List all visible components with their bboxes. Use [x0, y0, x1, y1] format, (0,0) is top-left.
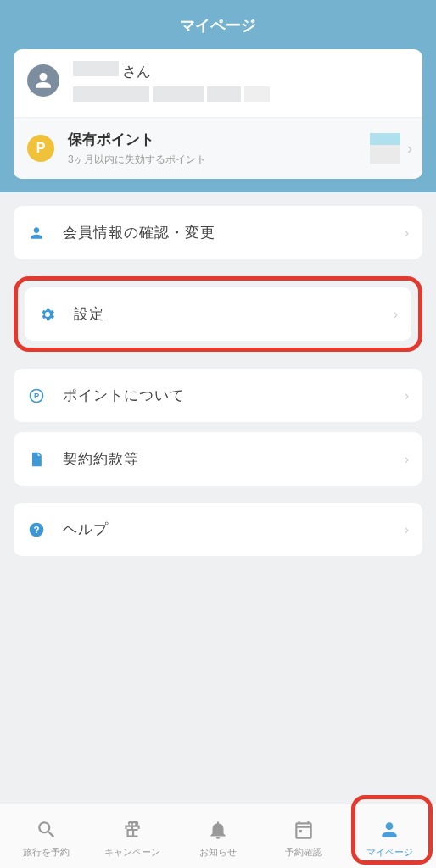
points-subtitle: 3ヶ月以内に失効するポイント — [68, 153, 370, 167]
tab-campaign[interactable]: キャンペーン — [89, 817, 175, 859]
menu-label: ポイントについて — [63, 386, 388, 405]
points-text: 保有ポイント 3ヶ月以内に失効するポイント — [68, 130, 370, 167]
chevron-right-icon: › — [405, 225, 409, 241]
tab-notice[interactable]: お知らせ — [175, 817, 260, 859]
tab-bar: 旅行を予約 キャンペーン お知らせ 予約確認 マイページ — [0, 804, 436, 868]
menu-about-points[interactable]: P ポイントについて › — [14, 369, 422, 422]
point-circle-icon: P — [27, 387, 46, 405]
profile-subline-redacted — [73, 86, 409, 102]
profile-section: さん — [14, 49, 422, 117]
content-area: 会員情報の確認・変更 › 設定 › P ポイントについて › 契約約款等 › — [0, 192, 436, 587]
calendar-icon — [291, 817, 316, 843]
svg-text:P: P — [34, 392, 39, 400]
username-suffix: さん — [122, 62, 151, 81]
chevron-right-icon: › — [407, 140, 412, 158]
search-icon — [34, 817, 59, 843]
svg-text:?: ? — [33, 524, 39, 535]
tab-label: キャンペーン — [104, 846, 160, 859]
page-title: マイページ — [0, 0, 436, 49]
person-icon — [27, 224, 46, 242]
menu-help[interactable]: ? ヘルプ › — [14, 503, 422, 556]
tab-label: 旅行を予約 — [23, 846, 70, 859]
gear-icon — [38, 305, 57, 324]
tab-label: マイページ — [366, 846, 413, 859]
menu-label: 契約約款等 — [63, 449, 388, 469]
menu-label: 会員情報の確認・変更 — [63, 223, 388, 242]
menu-terms[interactable]: 契約約款等 › — [14, 432, 422, 486]
bell-icon — [205, 817, 231, 843]
tab-reserve[interactable]: 旅行を予約 — [3, 817, 89, 859]
header: マイページ さん P 保有ポイント 3ヶ月以内に失効するポイント — [0, 0, 436, 192]
profile-text: さん — [73, 61, 409, 102]
username-redacted — [73, 61, 119, 76]
tab-mypage[interactable]: マイページ — [347, 817, 433, 859]
document-icon — [27, 450, 46, 469]
points-value-redacted — [370, 133, 400, 164]
points-icon: P — [27, 135, 54, 162]
gift-icon — [120, 817, 145, 843]
chevron-right-icon: › — [405, 452, 409, 467]
tab-label: 予約確認 — [285, 846, 322, 859]
menu-label: ヘルプ — [63, 520, 388, 539]
menu-member-info[interactable]: 会員情報の確認・変更 › — [14, 206, 422, 259]
highlight-settings: 設定 › — [14, 276, 422, 352]
chevron-right-icon: › — [405, 388, 409, 403]
points-row[interactable]: P 保有ポイント 3ヶ月以内に失効するポイント › — [14, 117, 422, 179]
points-title: 保有ポイント — [68, 130, 370, 149]
profile-card: さん P 保有ポイント 3ヶ月以内に失効するポイント › — [14, 49, 422, 179]
help-icon: ? — [27, 520, 46, 539]
avatar-icon — [27, 64, 59, 97]
chevron-right-icon: › — [394, 307, 398, 322]
tab-booking[interactable]: 予約確認 — [261, 817, 347, 859]
person-icon — [377, 817, 402, 843]
menu-settings[interactable]: 設定 › — [25, 287, 411, 341]
chevron-right-icon: › — [405, 522, 409, 537]
tab-label: お知らせ — [199, 846, 237, 859]
menu-label: 設定 — [74, 304, 377, 324]
